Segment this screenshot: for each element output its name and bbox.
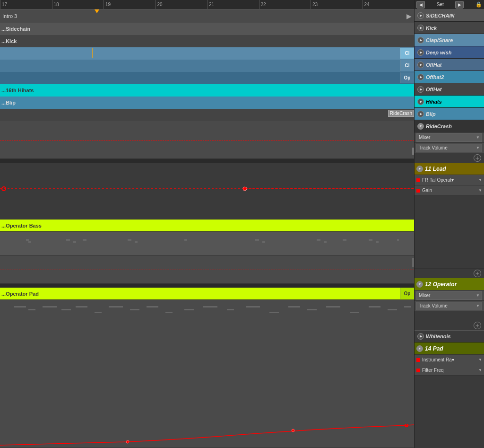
track-clap[interactable]: Cl xyxy=(0,47,414,60)
operator-mixer-dropdown[interactable]: Mixer ▼ xyxy=(416,291,482,300)
pad-section-header[interactable]: ▼ 14 Pad xyxy=(415,343,484,355)
play-btn-offhat[interactable]: ▶ xyxy=(417,61,424,68)
prev-button[interactable]: ◀ xyxy=(416,1,425,9)
instrument-ra-row[interactable]: Instrument Ra▾ ▼ xyxy=(415,355,484,365)
intro-label: Intro 3 xyxy=(2,13,17,19)
panel-ridecrash[interactable]: ▼ RideCrash xyxy=(415,120,484,132)
track-operator-pad[interactable]: ...Operator Pad Op xyxy=(0,288,414,300)
timeline-ruler: 17 18 19 20 21 22 23 24 xyxy=(0,0,414,9)
section-gap-1 xyxy=(0,159,414,163)
pad-midi-area xyxy=(0,302,414,321)
note-3 xyxy=(66,239,70,241)
gain-name: Gain xyxy=(422,188,475,193)
fr-tal-arrow[interactable]: ▼ xyxy=(478,178,482,182)
play-btn-offhat-dark[interactable]: ▶ xyxy=(417,86,424,93)
operator-play-btn[interactable]: ▼ xyxy=(416,281,423,288)
lock-icon[interactable]: 🔒 xyxy=(475,1,482,8)
panel-deepwish[interactable]: ▶ Deep wish xyxy=(415,46,484,59)
track-offhat2-clip: Op xyxy=(400,72,414,83)
track-hihats[interactable]: ...16th Hihats xyxy=(0,84,414,97)
play-btn-whitenois[interactable]: ▶ xyxy=(417,333,424,340)
play-btn-sidechain[interactable]: ▶ xyxy=(417,12,424,19)
automation-mixer-lane xyxy=(0,121,414,159)
track-blip[interactable]: ...Blip xyxy=(0,97,414,109)
ride-crash-clip: RideCrash xyxy=(388,110,414,117)
ruler-mark-18: 18 xyxy=(52,0,104,9)
note-8 xyxy=(184,239,187,241)
play-btn-clapsnare[interactable]: ▶ xyxy=(417,37,424,44)
lead-content-area xyxy=(0,163,414,220)
play-btn-hihats[interactable]: ▶ xyxy=(417,98,424,105)
note-12 xyxy=(324,241,327,243)
play-btn-deepwish[interactable]: ▶ xyxy=(417,49,424,56)
play-btn-blip[interactable]: ▶ xyxy=(417,111,424,117)
svg-point-5 xyxy=(292,429,294,432)
note-14 xyxy=(369,239,372,241)
operator-track-volume-row[interactable]: Track Volume ▼ xyxy=(415,301,484,311)
plus-circle-2[interactable]: + xyxy=(474,270,481,277)
note-1 xyxy=(26,239,29,241)
panel-track-name-deepwish: Deep wish xyxy=(426,50,484,55)
pad-play-btn[interactable]: ▼ xyxy=(416,345,423,352)
panel-track-name-offhat-dark: OffHat xyxy=(426,87,484,92)
panel-offhat-dark[interactable]: ▶ OffHat xyxy=(415,83,484,96)
panel-offhat[interactable]: ▶ OffHat xyxy=(415,59,484,71)
operator-section-header[interactable]: ▼ 12 Operator xyxy=(415,278,484,290)
panel-kick[interactable]: ▶ Kick xyxy=(415,22,484,34)
operator-section-name: 12 Operator xyxy=(425,281,457,288)
panel-sidechain[interactable]: ▶ SiDECHAIN xyxy=(415,9,484,22)
operator-track-volume-dropdown[interactable]: Track Volume ▼ xyxy=(416,302,482,310)
filter-freq-row[interactable]: Filter Freq ▼ xyxy=(415,365,484,376)
panel-track-name-sidechain: SiDECHAIN xyxy=(426,13,484,18)
panel-clapsnare[interactable]: ▶ Clap/Snare xyxy=(415,34,484,46)
add-automation-btn-1: + xyxy=(415,153,484,163)
lead-right-space xyxy=(415,196,484,269)
plus-circle-3[interactable]: + xyxy=(474,322,481,329)
filter-freq-svg xyxy=(0,424,414,448)
note-9 xyxy=(255,239,259,241)
panel-whitenois[interactable]: ▶ Whitenois xyxy=(415,330,484,343)
track-deepwish[interactable]: Cl xyxy=(0,60,414,72)
gain-row[interactable]: Gain ▼ xyxy=(415,185,484,196)
automation-operator-lane xyxy=(0,255,414,284)
panel-track-name-blip: Blip xyxy=(426,111,484,117)
track-blip-label: ...Blip xyxy=(1,100,16,105)
track-volume-dropdown[interactable]: Track Volume ▼ xyxy=(416,144,482,152)
intro-row[interactable]: Intro 3 ▶ xyxy=(0,9,414,23)
mixer-dropdown-row[interactable]: Mixer ▼ xyxy=(415,132,484,143)
track-operator-bass[interactable]: ...Operator Bass xyxy=(0,220,414,232)
plus-circle-1[interactable]: + xyxy=(474,154,481,162)
operator-track-volume-label: Track Volume xyxy=(419,303,475,308)
operator-mixer-dropdown-row[interactable]: Mixer ▼ xyxy=(415,290,484,301)
add-automation-btn-2: + xyxy=(415,269,484,278)
track-offhat2[interactable]: Op xyxy=(0,72,414,84)
mixer-dropdown[interactable]: Mixer ▼ xyxy=(416,133,482,142)
pad-automation-lane xyxy=(0,300,414,448)
ruler-mark-17: 17 xyxy=(0,0,52,9)
play-btn-offhat2[interactable]: ▶ xyxy=(417,74,424,80)
filter-freq-arrow[interactable]: ▼ xyxy=(478,368,482,372)
next-button[interactable]: ▶ xyxy=(455,1,464,9)
fr-tal-row[interactable]: FR Tal Operat▾ ▼ xyxy=(415,175,484,185)
orange-marker xyxy=(92,48,93,58)
track-volume-dropdown-row[interactable]: Track Volume ▼ xyxy=(415,143,484,153)
panel-track-name-kick: Kick xyxy=(426,25,484,31)
right-panel: ◀ Set ▶ 🔒 ▶ SiDECHAIN ▶ Kick ▶ Clap/Snar… xyxy=(414,0,484,448)
track-sidechain[interactable]: ...Sidechain xyxy=(0,23,414,35)
automation-dotted-line xyxy=(0,140,414,141)
panel-offhat2[interactable]: ▶ Offhat2 xyxy=(415,71,484,83)
track-kick[interactable]: ...Kick xyxy=(0,35,414,47)
panel-hihats[interactable]: ▶ Hihats xyxy=(415,96,484,108)
note-13 xyxy=(343,239,346,241)
lead-section-name: 11 Lead xyxy=(425,166,446,172)
play-btn-ridecrash[interactable]: ▼ xyxy=(417,123,424,130)
panel-track-name-offhat: OffHat xyxy=(426,62,484,68)
panel-track-name-hihats: Hihats xyxy=(426,99,484,105)
panel-blip[interactable]: ▶ Blip xyxy=(415,108,484,120)
instrument-ra-arrow[interactable]: ▼ xyxy=(478,358,482,362)
gain-arrow[interactable]: ▼ xyxy=(478,188,482,193)
play-btn-kick[interactable]: ▶ xyxy=(417,25,424,31)
lead-play-btn[interactable]: ▼ xyxy=(416,166,423,172)
lead-section-header[interactable]: ▼ 11 Lead xyxy=(415,163,484,175)
track-ridecrash[interactable]: RideCrash xyxy=(0,109,414,121)
